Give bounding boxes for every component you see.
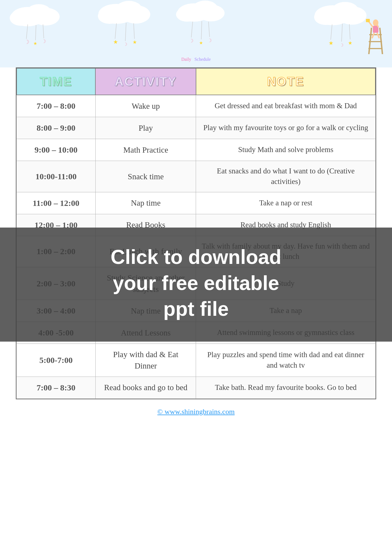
note-cell: Take bath. Read my favourite books. Go t…	[196, 377, 375, 398]
watermark-line3: ppt file	[11, 296, 381, 322]
svg-text:★: ★	[199, 41, 203, 45]
svg-text:☽: ☽	[123, 42, 127, 47]
time-cell: 11:00 – 12:00	[17, 192, 96, 214]
svg-point-34	[314, 9, 337, 25]
svg-point-33	[338, 6, 366, 25]
page-wrapper: ☽ ★ ☽ ★ ☽ ★ ☽ ★ ☽	[0, 0, 392, 555]
header-note: NOTE	[196, 68, 375, 95]
table-row: 7:00 – 8:30Read books and go to bedTake …	[17, 377, 376, 398]
note-cell: Take a nap or rest	[196, 192, 375, 214]
svg-point-14	[98, 8, 121, 24]
table-header-row: TIME ACTIVITY NOTE	[17, 68, 376, 95]
svg-point-13	[121, 5, 150, 24]
title-schedule: Schedule	[194, 57, 211, 62]
watermark-line1: Click to download	[11, 244, 381, 270]
note-cell: Study Math and solve problems	[196, 139, 375, 161]
watermark-line2: your free editable	[11, 270, 381, 296]
table-row: 8:00 – 9:00PlayPlay with my favourite to…	[17, 117, 376, 139]
time-cell: 9:00 – 10:00	[17, 139, 96, 161]
title-daily: Daily	[181, 57, 191, 62]
time-cell: 10:00-11:00	[17, 161, 96, 192]
activity-cell: Nap time	[95, 192, 196, 214]
table-row: 10:00-11:00Snack timeEat snacks and do w…	[17, 161, 376, 192]
activity-cell: Snack time	[95, 161, 196, 192]
time-cell: 7:00 – 8:30	[17, 377, 96, 398]
activity-cell: Play	[95, 117, 196, 139]
svg-text:★: ★	[329, 40, 334, 46]
table-row: 5:00-7:00Play with dad & Eat DinnerPlay …	[17, 344, 376, 377]
svg-point-4	[10, 10, 32, 26]
header-time: TIME	[17, 68, 96, 95]
svg-text:★: ★	[113, 39, 118, 45]
decorative-header: ☽ ★ ☽ ★ ☽ ★ ☽ ★ ☽	[0, 0, 392, 56]
svg-text:★: ★	[348, 40, 352, 46]
time-cell: 8:00 – 9:00	[17, 117, 96, 139]
svg-point-3	[32, 8, 60, 26]
svg-text:★: ★	[33, 41, 37, 46]
note-cell: Eat snacks and do what I want to do (Cre…	[196, 161, 375, 192]
svg-rect-52	[366, 19, 370, 22]
time-cell: 7:00 – 8:00	[17, 95, 96, 117]
svg-point-24	[176, 7, 198, 22]
svg-text:☽: ☽	[189, 38, 194, 44]
svg-text:☽: ☽	[207, 38, 212, 43]
activity-cell: Read books and go to bed	[95, 377, 196, 398]
watermark-overlay[interactable]: Click to download your free editable ppt…	[0, 228, 392, 342]
header-activity: ACTIVITY	[95, 68, 196, 95]
activity-cell: Wake up	[95, 95, 196, 117]
svg-text:★: ★	[133, 39, 137, 45]
title-section: Daily Schedule	[0, 54, 392, 67]
activity-cell: Math Practice	[95, 139, 196, 161]
table-row: 11:00 – 12:00Nap timeTake a nap or rest	[17, 192, 376, 214]
activity-cell: Play with dad & Eat Dinner	[95, 344, 196, 377]
svg-text:☽: ☽	[340, 43, 343, 47]
note-cell: Play puzzles and spend time with dad and…	[196, 344, 375, 377]
table-row: 9:00 – 10:00Math PracticeStudy Math and …	[17, 139, 376, 161]
table-row: 7:00 – 8:00Wake upGet dressed and eat br…	[17, 95, 376, 117]
note-cell: Get dressed and eat breakfast with mom &…	[196, 95, 375, 117]
note-cell: Play with my favourite toys or go for a …	[196, 117, 375, 139]
footer: © www.shiningbrains.com	[157, 408, 235, 416]
svg-point-23	[198, 5, 225, 21]
time-cell: 5:00-7:00	[17, 344, 96, 377]
svg-text:☽: ☽	[24, 39, 29, 45]
svg-text:☽: ☽	[42, 39, 46, 44]
website-link[interactable]: © www.shiningbrains.com	[157, 408, 235, 416]
